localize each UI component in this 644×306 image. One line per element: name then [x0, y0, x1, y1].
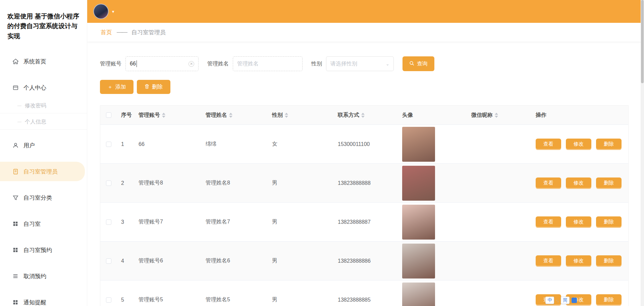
view-button[interactable]: 查看: [536, 139, 561, 150]
edit-button[interactable]: 修改: [566, 177, 591, 189]
cell-name: 管理姓名6: [202, 257, 268, 264]
sidebar-item-label: 用户: [23, 142, 35, 149]
cell-phone: 13823888885: [334, 297, 398, 303]
view-button[interactable]: 查看: [536, 216, 561, 228]
select-all-checkbox[interactable]: [106, 112, 111, 118]
account-input-value: 66: [130, 61, 136, 67]
tree-dash-icon: [17, 106, 21, 106]
sort-icon[interactable]: [229, 113, 232, 118]
cell-gender: 男: [268, 257, 334, 264]
sidebar-item-label: 自习室管理员: [23, 168, 58, 175]
name-input[interactable]: 管理姓名: [233, 56, 303, 71]
query-button[interactable]: 查询: [402, 56, 434, 71]
user-icon: [12, 142, 19, 149]
search-icon: [409, 61, 414, 67]
sidebar-subitem-change-password[interactable]: 修改密码: [0, 99, 87, 113]
sidebar-item-label: 通知提醒: [23, 299, 46, 306]
admin-table: 序号 管理账号 管理姓名 性别 联系方式: [100, 105, 629, 306]
ime-mode-icon[interactable]: ◦,: [556, 298, 559, 303]
trash-icon: [145, 84, 149, 90]
sidebar-item-study-room[interactable]: 自习室: [0, 214, 87, 234]
row-checkbox[interactable]: [106, 258, 111, 264]
cell-index: 5: [117, 297, 135, 303]
sidebar-item-label: 自习室: [23, 220, 41, 228]
cell-phone: 13823888888: [334, 180, 398, 186]
clear-icon[interactable]: ✕: [189, 61, 194, 67]
sort-icon[interactable]: [285, 113, 288, 118]
column-header-index: 序号: [121, 112, 132, 119]
row-delete-button[interactable]: 删除: [596, 294, 622, 306]
ime-toolbar: 中 ◦, 简: [545, 297, 577, 304]
edit-button[interactable]: 修改: [566, 216, 591, 228]
scrollbar[interactable]: [641, 0, 644, 306]
breadcrumb-separator: ——: [117, 29, 127, 36]
view-button[interactable]: 查看: [536, 255, 561, 267]
row-checkbox[interactable]: [106, 142, 111, 147]
column-header-gender: 性别: [272, 112, 283, 119]
sidebar-item-notifications[interactable]: 通知提醒: [0, 293, 87, 306]
cell-account: 管理账号7: [135, 218, 202, 225]
row-checkbox[interactable]: [106, 219, 111, 225]
avatar: [402, 244, 435, 278]
row-checkbox[interactable]: [106, 181, 111, 186]
add-button[interactable]: ＋ 添加: [100, 80, 133, 94]
filter-icon: [12, 194, 19, 201]
row-delete-button[interactable]: 删除: [596, 216, 622, 228]
sidebar-item-personal-center[interactable]: 个人中心: [0, 78, 87, 97]
row-delete-button[interactable]: 删除: [596, 177, 622, 189]
chevron-down-icon[interactable]: ▾: [112, 9, 114, 14]
sidebar-item-study-room-admin[interactable]: 自习室管理员: [0, 162, 85, 181]
sidebar-item-label: 自习室预约: [23, 246, 52, 254]
sort-icon[interactable]: [495, 113, 498, 118]
view-button[interactable]: 查看: [536, 177, 561, 189]
panel-icon: [12, 84, 19, 91]
name-input-placeholder: 管理姓名: [237, 60, 259, 67]
edit-button[interactable]: 修改: [566, 255, 591, 267]
chevron-down-icon: ⌄: [386, 61, 389, 66]
row-checkbox[interactable]: [106, 297, 111, 303]
avatar: [402, 283, 435, 306]
gender-select[interactable]: 请选择性别 ⌄: [326, 56, 394, 71]
plus-icon: ＋: [108, 84, 113, 90]
row-delete-button[interactable]: 删除: [596, 255, 622, 267]
cell-index: 4: [117, 258, 135, 264]
topbar: ▾: [87, 0, 644, 23]
gender-label: 性别: [311, 60, 322, 67]
ime-simplified-badge[interactable]: 简: [561, 297, 570, 304]
sidebar-subitem-personal-info[interactable]: 个人信息: [0, 115, 87, 130]
column-header-avatar: 头像: [402, 112, 413, 119]
ime-language-badge[interactable]: 中: [545, 297, 554, 304]
edit-button[interactable]: 修改: [566, 139, 591, 150]
delete-button[interactable]: 删除: [137, 80, 170, 94]
delete-button-label: 删除: [152, 84, 163, 91]
sidebar-item-label: 取消预约: [23, 272, 46, 280]
ime-skin-icon[interactable]: [572, 298, 577, 303]
sidebar-title: 欢迎使用 基于微信小程序的付费自习室系统设计与实现: [0, 0, 87, 50]
cell-account: 管理账号5: [135, 296, 202, 303]
table-row: 4 管理账号6 管理姓名6 男 13823888886 查看 修改 删除: [100, 241, 628, 280]
table-row: 3 管理账号7 管理姓名7 男 13823888887 查看 修改 删除: [100, 202, 628, 241]
sidebar: 欢迎使用 基于微信小程序的付费自习室系统设计与实现 系统首页 个人中心 修改密码: [0, 0, 87, 306]
scrollbar-thumb[interactable]: [641, 0, 644, 83]
grid-icon: [12, 247, 19, 253]
account-input[interactable]: 66 ✕: [125, 56, 199, 71]
user-avatar[interactable]: [93, 4, 109, 19]
text-cursor: [137, 60, 137, 67]
sort-icon[interactable]: [162, 113, 165, 118]
sidebar-subitem-label: 个人信息: [25, 118, 46, 125]
sidebar-item-system-home[interactable]: 系统首页: [0, 52, 87, 71]
account-label: 管理账号: [100, 60, 121, 67]
sidebar-item-study-room-category[interactable]: 自习室分类: [0, 188, 87, 207]
sidebar-item-cancel-booking[interactable]: 取消预约: [0, 266, 87, 286]
breadcrumb-home-link[interactable]: 首页: [101, 29, 112, 36]
sidebar-item-users[interactable]: 用户: [0, 136, 87, 155]
cell-account: 66: [135, 141, 202, 147]
cell-phone: 13823888887: [334, 219, 398, 225]
cell-name: 管理姓名5: [202, 296, 268, 303]
sidebar-item-study-room-booking[interactable]: 自习室预约: [0, 240, 87, 260]
cell-gender: 男: [268, 180, 334, 187]
sort-icon[interactable]: [361, 113, 365, 118]
cell-index: 2: [117, 180, 135, 186]
query-button-label: 查询: [417, 60, 428, 67]
row-delete-button[interactable]: 删除: [596, 139, 622, 150]
